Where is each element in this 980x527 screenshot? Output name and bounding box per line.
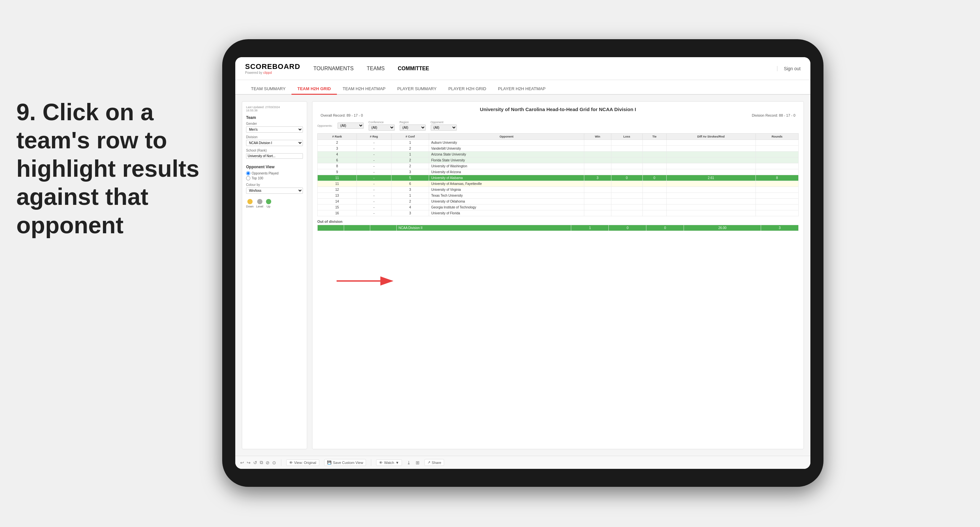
table-row[interactable]: 8-2University of Washington [318, 163, 799, 169]
cell-diff [666, 163, 756, 169]
cell-diff [666, 151, 756, 158]
cell-win [584, 146, 611, 151]
cell-rounds [756, 163, 798, 169]
table-row[interactable]: 15-4Georgia Institute of Technology [318, 205, 799, 210]
grid-container: University of North Carolina Head-to-Hea… [312, 101, 804, 449]
watch-button[interactable]: 👁 Watch ▼ [376, 459, 402, 466]
nav-committee[interactable]: COMMITTEE [398, 64, 429, 73]
sidebar-colour-select[interactable]: Win/loss [246, 188, 303, 194]
cell-conf: 2 [391, 163, 429, 169]
download-icon[interactable]: ⤓ [407, 460, 411, 465]
table-row[interactable]: 9-3University of Arizona [318, 169, 799, 175]
sidebar-school-input[interactable] [246, 153, 303, 159]
ood-rounds: 3 [761, 225, 798, 231]
cell-rounds [756, 151, 798, 158]
cell-opponent: University of Arizona [429, 169, 584, 175]
tab-player-h2h-grid[interactable]: PLAYER H2H GRID [442, 84, 492, 95]
cell-rounds [756, 210, 798, 216]
cell-loss [611, 199, 643, 205]
col-reg: # Reg [356, 134, 391, 140]
redo-icon[interactable]: ↪ [247, 460, 251, 465]
cell-opponent: University of Washington [429, 163, 584, 169]
sidebar-gender-label: Gender [246, 122, 303, 126]
clock-icon[interactable]: ⊙ [272, 460, 276, 465]
cell-tie [643, 187, 666, 193]
sidebar-division-select[interactable]: NCAA Division I [246, 140, 303, 146]
table-row[interactable]: 11-6University of Arkansas, Fayetteville [318, 181, 799, 187]
cell-conf: 3 [391, 210, 429, 216]
conference-filter[interactable]: (All) [369, 124, 395, 131]
table-row[interactable]: 13-1Texas Tech University [318, 193, 799, 199]
sidebar-radio-top100[interactable]: Top 100 [246, 176, 303, 180]
share-button[interactable]: ↗ Share [425, 459, 444, 466]
cell-rank: 3 [318, 146, 357, 151]
region-filter-group: Region (All) [399, 121, 426, 131]
table-row[interactable]: 12-3University of Virginia [318, 187, 799, 193]
cell-opponent: Florida State University [429, 158, 584, 163]
table-row[interactable]: 6-2Florida State University [318, 158, 799, 163]
sidebar-opponent-view-title: Opponent View [246, 165, 303, 169]
save-icon: 💾 [327, 460, 332, 465]
sidebar-radio-opponents[interactable]: Opponents Played [246, 171, 303, 175]
sidebar-timestamp: Last Updated: 27/03/2024 16:55:38 [246, 105, 303, 112]
table-row[interactable]: 11-5University of Alabama3002.618 [318, 175, 799, 181]
cell-loss: 0 [611, 175, 643, 181]
table-row[interactable]: 16-3University of Florida [318, 210, 799, 216]
undo-icon[interactable]: ↩ [240, 460, 244, 465]
cell-loss [611, 151, 643, 158]
col-rounds: Rounds [756, 134, 798, 140]
ood-tie: 0 [646, 225, 684, 231]
cell-loss [611, 158, 643, 163]
sidebar: Last Updated: 27/03/2024 16:55:38 Team G… [242, 101, 307, 449]
cell-loss [611, 205, 643, 210]
opponent-filter[interactable]: (All) [431, 124, 457, 131]
table-row[interactable]: 2-1Auburn University [318, 140, 799, 146]
legend-down: Down [246, 199, 254, 208]
cell-tie [643, 193, 666, 199]
out-of-division-row[interactable]: NCAA Division II 1 0 0 26.00 3 [318, 225, 799, 231]
table-row[interactable]: 3-2Vanderbilt University [318, 146, 799, 151]
tab-player-summary[interactable]: PLAYER SUMMARY [391, 84, 442, 95]
table-row[interactable]: 14-2University of Oklahoma [318, 199, 799, 205]
cell-conf: 2 [391, 199, 429, 205]
sidebar-division-label: Division [246, 135, 303, 139]
main-content: Last Updated: 27/03/2024 16:55:38 Team G… [235, 95, 810, 456]
save-custom-view-button[interactable]: 💾 Save Custom View [324, 459, 366, 466]
sign-out-button[interactable]: Sign out [777, 66, 800, 71]
undo2-icon[interactable]: ⊘ [266, 460, 270, 465]
cell-rank: 14 [318, 199, 357, 205]
cell-rank: 13 [318, 193, 357, 199]
view-button[interactable]: 👁 View: Original [286, 459, 319, 466]
sidebar-team-title: Team [246, 115, 303, 120]
sidebar-gender-select[interactable]: Men's [246, 126, 303, 133]
region-filter[interactable]: (All) [399, 124, 426, 131]
cell-rank: 16 [318, 210, 357, 216]
table-header-row: # Rank # Reg # Conf Opponent Win Loss Ti… [318, 134, 799, 140]
copy-icon[interactable]: ⧉ [260, 460, 263, 465]
opponents-filter[interactable]: (All) [337, 123, 364, 129]
cell-loss [611, 163, 643, 169]
nav-teams[interactable]: TEAMS [367, 64, 385, 73]
watch-chevron-icon: ▼ [395, 461, 399, 465]
table-row[interactable]: 4-1Arizona State University [318, 151, 799, 158]
tab-player-h2h-heatmap[interactable]: PLAYER H2H HEATMAP [492, 84, 551, 95]
tab-team-h2h-grid[interactable]: TEAM H2H GRID [291, 84, 337, 95]
tab-team-h2h-heatmap[interactable]: TEAM H2H HEATMAP [337, 84, 391, 95]
reset-icon[interactable]: ↺ [253, 460, 257, 465]
cell-rank: 11 [318, 181, 357, 187]
tab-team-summary[interactable]: TEAM SUMMARY [245, 84, 291, 95]
grid-icon[interactable]: ⊞ [416, 460, 420, 465]
nav-tournaments[interactable]: TOURNAMENTS [313, 64, 353, 73]
col-diff: Diff Av Strokes/Rnd [666, 134, 756, 140]
cell-tie [643, 199, 666, 205]
cell-conf: 1 [391, 140, 429, 146]
cell-rounds [756, 146, 798, 151]
cell-conf: 4 [391, 205, 429, 210]
dot-green [266, 199, 271, 204]
ood-loss: 0 [609, 225, 646, 231]
cell-rank: 15 [318, 205, 357, 210]
cell-rounds [756, 199, 798, 205]
cell-reg: - [356, 193, 391, 199]
cell-opponent: University of Oklahoma [429, 199, 584, 205]
cell-opponent: University of Florida [429, 210, 584, 216]
